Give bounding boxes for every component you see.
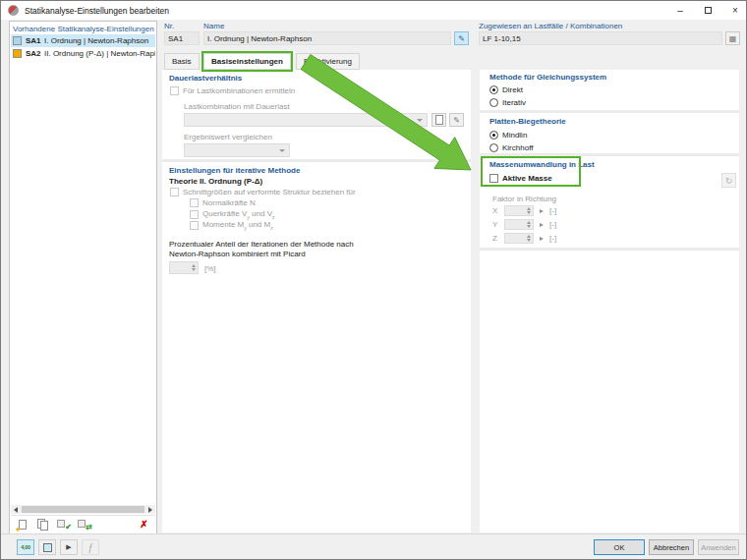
color-swatch-sa1 [13, 36, 22, 45]
radio-label: Iterativ [502, 98, 526, 107]
picard-percentage-spinner[interactable] [169, 261, 199, 274]
radio-kirchhoff[interactable]: Kirchhoff [489, 143, 533, 152]
horizontal-scrollbar[interactable] [11, 505, 155, 514]
radio-label: Direkt [502, 85, 523, 94]
assigned-label: Zugewiesen an Lastfälle / Kombinationen [479, 22, 622, 30]
nr-value: SA1 [168, 34, 183, 43]
color-swatch-icon [43, 543, 52, 552]
assigned-value: LF 1-10,15 [483, 34, 521, 43]
expand-arrow-button[interactable] [538, 206, 546, 216]
section-header-iterative: Einstellungen für iterative Methode [169, 166, 300, 175]
factor-x-spinner[interactable] [504, 205, 534, 216]
load-combination-dropdown[interactable] [184, 113, 428, 127]
swap-icon: ⇄ [86, 524, 92, 532]
name-field[interactable]: I. Ordnung | Newton-Raphson [203, 31, 451, 45]
assigned-field[interactable]: LF 1-10,15 [479, 31, 722, 45]
checkbox-label: Aktive Masse [502, 174, 552, 183]
item-label: I. Ordnung | Newton-Raphson [44, 36, 148, 45]
checkbox-label: Normalkräfte N [202, 198, 256, 207]
checkbox-icon [190, 221, 199, 230]
determine-for-combinations-checkbox[interactable]: Für Lastkombinationen ermitteln [170, 86, 295, 95]
star-icon: ★ [15, 526, 21, 532]
chevron-down-icon [417, 119, 423, 122]
function-button[interactable]: f [82, 539, 99, 555]
maximize-icon [705, 7, 712, 14]
edit-pencil-icon: ✎ [453, 116, 460, 125]
apply-button[interactable]: Anwenden [698, 539, 739, 555]
expand-arrow-button[interactable] [538, 234, 546, 244]
ok-button[interactable]: OK [594, 539, 645, 555]
titlebar: Statikanalyse-Einstellungen bearbeiten –… [1, 1, 746, 20]
scrollbar-thumb[interactable] [22, 506, 144, 513]
renumber-entries-button[interactable]: ⇄ [76, 518, 92, 532]
radio-label: Mindlin [502, 131, 527, 140]
list-item-sa1[interactable]: SA1 I. Ordnung | Newton-Raphson [11, 34, 155, 47]
unit-label: [-] [549, 206, 556, 215]
tab-basiseinstellungen[interactable]: Basiseinstellungen [203, 53, 291, 70]
delete-icon: ✗ [140, 519, 147, 530]
factor-y-spinner[interactable] [504, 219, 534, 230]
second-order-subheader: Theorie II. Ordnung (P-Δ) [169, 177, 262, 186]
color-settings-button[interactable] [38, 539, 56, 555]
checkbox-icon [190, 198, 199, 207]
radio-mindlin[interactable]: Mindlin [489, 131, 527, 140]
select-load-cases-button[interactable]: ▦ [725, 31, 740, 45]
chevron-down-icon [279, 149, 285, 152]
compare-result-dropdown[interactable] [184, 143, 290, 157]
close-button[interactable]: × [722, 1, 747, 20]
checkbox-label: Schnittgrößen auf verformte Struktur bez… [183, 188, 356, 196]
window-title: Statikanalyse-Einstellungen bearbeiten [25, 6, 169, 16]
spinner-arrows-icon [525, 220, 532, 229]
internal-forces-checkbox[interactable]: Schnittgrößen auf verformte Struktur bez… [170, 188, 356, 196]
section-divider [480, 110, 739, 113]
new-entry-button[interactable]: ★ [14, 518, 30, 532]
percent-unit-label: [%] [204, 264, 216, 273]
active-mass-checkbox[interactable]: Aktive Masse [489, 174, 552, 183]
tab-reaktivierung[interactable]: Reaktivierung [296, 53, 360, 70]
grid-icon [57, 520, 65, 528]
factor-y-row: Y [-] [492, 219, 556, 230]
spinner-arrows-icon [190, 262, 197, 273]
moments-checkbox[interactable]: Momente My und Mz [190, 220, 273, 231]
pointer-arrow-icon: ▶ [66, 543, 71, 551]
apply-to-selected-button[interactable]: ▶ [60, 539, 78, 555]
checkbox-label: Für Lastkombinationen ermitteln [183, 86, 295, 95]
normal-forces-checkbox[interactable]: Normalkräfte N [190, 198, 256, 207]
item-id: SA1 [26, 36, 44, 45]
copy-entry-button[interactable] [34, 518, 51, 532]
radio-iterativ[interactable]: Iterativ [489, 98, 526, 107]
arrow-right-icon [540, 209, 544, 213]
axis-label: Y [492, 220, 500, 229]
new-load-combination-button[interactable] [431, 113, 446, 127]
expand-arrow-button[interactable] [538, 220, 546, 230]
units-decimal-places-button[interactable]: 4,00 [17, 539, 34, 555]
button-label: Anwenden [701, 543, 735, 552]
select-entries-button[interactable]: ✔ [55, 518, 72, 532]
factor-z-spinner[interactable] [504, 233, 534, 244]
radio-direkt[interactable]: Direkt [489, 85, 523, 94]
refresh-icon: ↻ [725, 176, 733, 186]
delete-entry-button[interactable]: ✗ [136, 518, 152, 532]
tab-label: Basiseinstellungen [211, 57, 283, 66]
rename-button[interactable]: ✎ [454, 31, 469, 45]
refresh-button[interactable]: ↻ [721, 173, 736, 188]
section-header-dauerlast: Dauerlastverhältnis [169, 74, 242, 83]
right-settings-panel: Methode für Gleichungssystem Direkt Iter… [480, 70, 739, 532]
tab-label: Reaktivierung [304, 57, 352, 66]
checkbox-icon [170, 188, 179, 196]
checkbox-label: Momente My und Mz [202, 220, 273, 231]
maximize-button[interactable] [695, 1, 720, 20]
shear-forces-checkbox[interactable]: Querkräfte Vy und Vz [190, 209, 275, 220]
table-grid-icon: ▦ [729, 34, 737, 43]
minimize-button[interactable]: – [667, 1, 693, 20]
list-item-sa2[interactable]: SA2 II. Ordnung (P-Δ) | Newton-Raphson |… [11, 47, 155, 60]
tab-basis[interactable]: Basis [164, 53, 200, 70]
list-header: Vorhandene Statikanalyse-Einstellungen [13, 25, 154, 33]
radio-icon [489, 143, 498, 152]
section-divider [162, 159, 471, 162]
cancel-button[interactable]: Abbrechen [649, 539, 694, 555]
new-page-icon [435, 115, 443, 125]
load-combination-label: Lastkombination mit Dauerlast [184, 102, 290, 111]
edit-load-combination-button[interactable]: ✎ [449, 113, 464, 127]
minimize-icon: – [677, 5, 683, 16]
